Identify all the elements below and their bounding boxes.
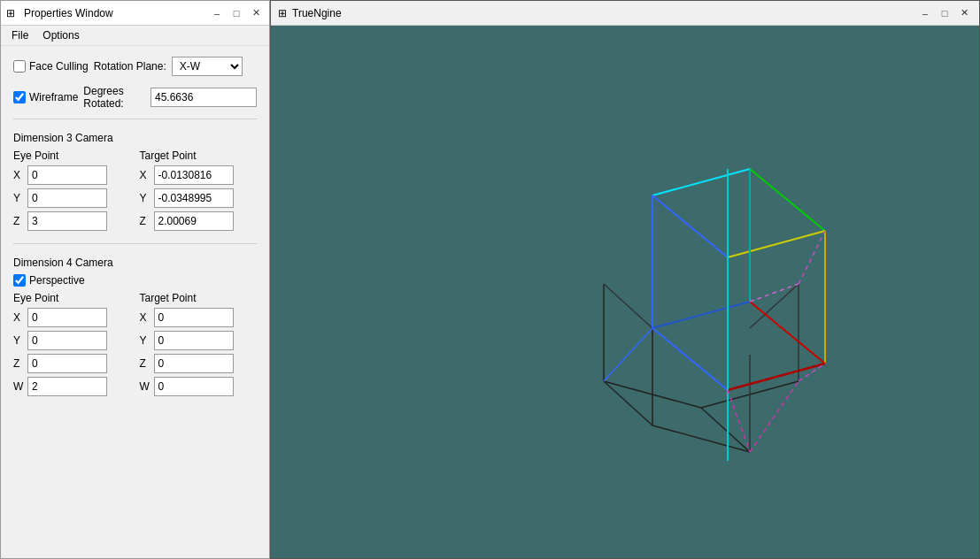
- cube-visualization: [524, 125, 860, 496]
- dim3-camera-columns: Eye Point X Y Z Target Point: [13, 149, 257, 234]
- titlebar-left: ⊞ Properties Window: [6, 7, 113, 19]
- dim4-eye-w-label: W: [13, 380, 24, 393]
- dim3-eye-x-label: X: [13, 169, 24, 181]
- props-restore-button[interactable]: □: [228, 5, 244, 21]
- dim3-camera-title: Dimension 3 Camera: [13, 132, 257, 144]
- dim3-eye-y-row: Y: [13, 188, 131, 208]
- svg-line-20: [728, 364, 825, 390]
- degrees-rotated-input[interactable]: [150, 88, 257, 107]
- wireframe-checkbox-label[interactable]: Wireframe: [13, 91, 78, 103]
- wireframe-label: Wireframe: [29, 91, 78, 103]
- perspective-checkbox[interactable]: [13, 274, 26, 287]
- main-restore-button[interactable]: □: [937, 5, 953, 21]
- dim3-eye-col: Eye Point X Y Z: [13, 149, 131, 234]
- svg-line-21: [750, 302, 825, 364]
- dim3-eye-y-label: Y: [13, 192, 24, 204]
- dim4-eye-col: Eye Point X Y Z W: [13, 292, 131, 400]
- props-titlebar: ⊞ Properties Window – □ ✕: [1, 1, 269, 26]
- dim4-eye-w-input[interactable]: [27, 377, 107, 396]
- props-close-button[interactable]: ✕: [248, 5, 264, 21]
- dim4-target-header: Target Point: [140, 292, 258, 304]
- dim4-camera-columns: Eye Point X Y Z W: [13, 292, 257, 400]
- dim3-eye-z-input[interactable]: [27, 211, 107, 231]
- viewport[interactable]: [271, 26, 979, 558]
- dim3-target-z-label: Z: [140, 215, 150, 227]
- rotation-plane-label: Rotation Plane:: [94, 60, 166, 73]
- dim4-eye-z-input[interactable]: [27, 354, 107, 373]
- dim3-target-y-input[interactable]: [154, 188, 234, 208]
- dim4-target-x-input[interactable]: [154, 308, 234, 327]
- divider-2: [13, 243, 257, 244]
- svg-line-19: [652, 328, 728, 390]
- menu-options[interactable]: Options: [35, 27, 86, 43]
- svg-line-8: [604, 284, 652, 328]
- main-titlebar: ⊞ TrueNgine – □ ✕: [271, 1, 979, 26]
- wireframe-checkbox[interactable]: [13, 91, 26, 103]
- dim3-target-x-row: X: [140, 165, 258, 185]
- face-culling-label: Face Culling: [29, 60, 89, 73]
- dim4-eye-z-row: Z: [13, 354, 131, 373]
- main-window-title: TrueNgine: [292, 7, 342, 19]
- dim3-camera-section: Dimension 3 Camera Eye Point X Y Z: [13, 132, 257, 234]
- wireframe-row: Wireframe Degrees Rotated:: [13, 85, 257, 110]
- perspective-checkbox-label[interactable]: Perspective: [13, 274, 85, 287]
- dim3-target-col: Target Point X Y Z: [140, 149, 258, 234]
- menu-file[interactable]: File: [4, 27, 35, 43]
- perspective-row: Perspective: [13, 274, 257, 287]
- dim4-eye-y-label: Y: [13, 334, 24, 347]
- dim4-eye-x-row: X: [13, 308, 131, 327]
- dim3-target-x-input[interactable]: [154, 165, 234, 185]
- dim4-target-x-label: X: [140, 311, 150, 324]
- dim4-target-y-input[interactable]: [154, 331, 234, 350]
- face-culling-checkbox-label[interactable]: Face Culling: [13, 60, 89, 73]
- svg-line-23: [604, 328, 652, 381]
- dim4-eye-header: Eye Point: [13, 292, 131, 304]
- svg-line-14: [652, 195, 728, 257]
- dim4-eye-x-label: X: [13, 311, 24, 324]
- dim4-target-x-row: X: [140, 308, 258, 327]
- dim3-target-header: Target Point: [140, 149, 258, 162]
- dim3-eye-x-row: X: [13, 165, 131, 185]
- svg-line-13: [728, 231, 825, 257]
- dim3-target-z-row: Z: [140, 211, 258, 231]
- dim4-target-w-input[interactable]: [154, 377, 234, 396]
- dim4-target-w-label: W: [140, 380, 150, 393]
- dim4-eye-z-label: Z: [13, 357, 24, 370]
- dim3-target-y-label: Y: [140, 192, 150, 204]
- dim4-camera-title: Dimension 4 Camera: [13, 257, 257, 269]
- main-window: ⊞ TrueNgine – □ ✕: [270, 0, 980, 559]
- svg-line-22: [652, 302, 750, 328]
- dim3-eye-x-input[interactable]: [27, 165, 107, 185]
- main-close-button[interactable]: ✕: [956, 5, 972, 21]
- dim4-eye-y-input[interactable]: [27, 331, 107, 350]
- dim4-eye-w-row: W: [13, 377, 131, 396]
- dim3-eye-z-label: Z: [13, 215, 24, 227]
- dim4-target-z-label: Z: [140, 357, 150, 370]
- dim4-target-z-input[interactable]: [154, 354, 234, 373]
- dim4-target-col: Target Point X Y Z W: [140, 292, 258, 400]
- props-minimize-button[interactable]: –: [209, 5, 225, 21]
- dim4-target-w-row: W: [140, 377, 258, 396]
- main-minimize-button[interactable]: –: [917, 5, 933, 21]
- dim3-target-z-input[interactable]: [154, 211, 234, 231]
- face-culling-checkbox[interactable]: [13, 60, 26, 73]
- perspective-label: Perspective: [29, 274, 85, 287]
- props-menu-bar: File Options: [1, 26, 269, 46]
- props-window-icon: ⊞: [6, 7, 19, 19]
- dim4-target-y-row: Y: [140, 331, 258, 350]
- dim3-eye-header: Eye Point: [13, 149, 131, 162]
- dim3-target-y-row: Y: [140, 188, 258, 208]
- properties-window: ⊞ Properties Window – □ ✕ File Options F…: [0, 0, 270, 559]
- dim3-eye-y-input[interactable]: [27, 188, 107, 208]
- dim4-target-z-row: Z: [140, 354, 258, 373]
- main-window-icon: ⊞: [278, 7, 287, 19]
- dim4-target-y-label: Y: [140, 334, 150, 347]
- props-content: Face Culling Rotation Plane: X-W X-Y X-Z…: [1, 46, 269, 558]
- main-titlebar-left: ⊞ TrueNgine: [278, 7, 342, 19]
- dim4-eye-x-input[interactable]: [27, 308, 107, 327]
- face-culling-row: Face Culling Rotation Plane: X-W X-Y X-Z…: [13, 57, 257, 76]
- dim3-eye-z-row: Z: [13, 211, 131, 231]
- rotation-plane-dropdown[interactable]: X-W X-Y X-Z Y-Z Y-W Z-W: [172, 57, 243, 76]
- props-titlebar-controls: – □ ✕: [209, 5, 264, 21]
- dim4-eye-y-row: Y: [13, 331, 131, 350]
